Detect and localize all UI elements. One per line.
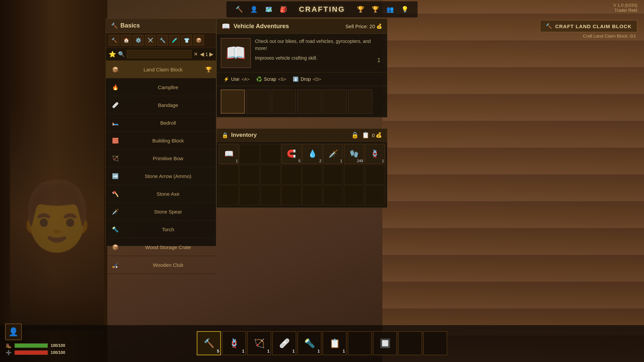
nav-icon-help[interactable]: 💡: [399, 3, 411, 15]
wood-background: [382, 0, 644, 362]
inventory-money: 0 💰: [372, 132, 382, 138]
craft-item-wooden-club[interactable]: 🏑 Wooden Club: [106, 256, 216, 274]
hotbar-slot-2[interactable]: 🏹 1: [247, 331, 271, 355]
inv-slot-5[interactable]: 🗡️ 1: [323, 144, 343, 164]
detail-title: Vehicle Adventures: [233, 23, 342, 30]
hotbar-slot-7[interactable]: 🔲: [373, 331, 397, 355]
cat-icon-gear[interactable]: ⚙️: [133, 35, 144, 46]
detail-improves-text: Improves vehicle crafting skill.: [255, 55, 383, 62]
hotbar-slot-0[interactable]: 🔨 5: [197, 331, 221, 355]
inv-slot-11[interactable]: [281, 165, 302, 185]
craft-action-label: CRAFT LAND CLAIM BLOCK: [555, 23, 632, 29]
inv-slot-16[interactable]: [219, 185, 239, 205]
cat-icon-tool[interactable]: 🔧: [157, 35, 168, 46]
craft-item-stone-arrow[interactable]: ➡️ Stone Arrow (Ammo): [106, 167, 216, 185]
nav-icon-trophy[interactable]: 🏆: [369, 3, 381, 15]
cat-icon-clothing[interactable]: 👕: [181, 35, 192, 46]
craft-land-claim-button[interactable]: 🔨 CRAFT LAND CLAIM BLOCK: [540, 20, 637, 32]
nav-icon-skill[interactable]: 🎒: [277, 3, 289, 15]
hotbar-slot-8[interactable]: [398, 331, 422, 355]
inventory-list-icon[interactable]: 📋: [362, 131, 369, 139]
cat-icon-medical[interactable]: 🧪: [169, 35, 180, 46]
inv-slot-23[interactable]: [365, 185, 385, 205]
inv-slot-6[interactable]: 🧤 249: [344, 144, 364, 164]
inv-slot-0-count: 1: [236, 159, 238, 163]
stone-axe-icon: 🪓: [110, 188, 121, 199]
craft-item-bedroll[interactable]: 🛏️ Bedroll: [106, 114, 216, 132]
favorites-icon[interactable]: ⭐: [109, 51, 116, 58]
use-key: <A>: [241, 77, 250, 82]
craft-item-building-block[interactable]: 🧱 Building Block: [106, 132, 216, 149]
cat-icon-all[interactable]: 🔨: [109, 35, 119, 46]
drop-button[interactable]: ⬇️ Drop <D>: [293, 76, 321, 82]
inv-slot-3[interactable]: 🧲 5: [281, 144, 302, 164]
basics-hammer-icon: 🔨: [111, 22, 118, 29]
inv-slot-13[interactable]: [323, 165, 343, 185]
cat-icon-home[interactable]: 🏠: [121, 35, 131, 46]
hotbar: 🔨 5 🪢 1 🏹 1 🩹 1 🔦 1 📋 1 🔲: [197, 331, 447, 355]
hotbar-slot-6[interactable]: [348, 331, 372, 355]
craft-item-torch[interactable]: 🔦 Torch: [106, 221, 216, 238]
inv-slot-20[interactable]: [302, 185, 322, 205]
cat-icon-storage[interactable]: 📦: [193, 35, 204, 46]
scrap-button[interactable]: ♻️ Scrap <S>: [256, 76, 286, 82]
nav-icon-player[interactable]: 👤: [248, 3, 260, 15]
bedroll-icon: 🛏️: [110, 117, 121, 128]
inventory-lock2-icon[interactable]: 🔒: [351, 131, 359, 139]
inv-slot-22[interactable]: [344, 185, 364, 205]
craft-item-stone-spear[interactable]: 🗡️ Stone Spear: [106, 203, 216, 221]
craft-item-land-claim-block[interactable]: 📦 Land Claim Block 🏆: [106, 61, 216, 78]
use-button[interactable]: ⚡ Use <A>: [223, 76, 250, 82]
inv-slot-0[interactable]: 📖 1: [219, 144, 239, 164]
nav-icon-social[interactable]: 👥: [384, 3, 396, 15]
craft-item-wood-storage-crate[interactable]: 📦 Wood Storage Crate: [106, 238, 216, 256]
inv-slot-10[interactable]: [261, 165, 281, 185]
wooden-club-label: Wooden Club: [124, 262, 212, 268]
next-page-button[interactable]: ▶: [209, 51, 213, 57]
coin-icon: 💰: [376, 23, 382, 29]
hotbar-slot-1[interactable]: 🪢 1: [222, 331, 246, 355]
craft-item-campfire[interactable]: 🔥 Campfire: [106, 78, 216, 96]
search-input[interactable]: [127, 50, 192, 58]
craft-item-bandage[interactable]: 🩹 Bandage: [106, 96, 216, 114]
nav-icon-quest[interactable]: 🏆: [355, 3, 367, 15]
inv-slot-15[interactable]: [365, 165, 385, 185]
inv-slot-9[interactable]: [239, 165, 260, 185]
craft-item-primitive-bow[interactable]: 🏹 Primitive Bow: [106, 149, 216, 167]
inv-slot-17[interactable]: [239, 185, 260, 205]
nav-icon-map[interactable]: 🗺️: [263, 3, 275, 15]
inventory-lock-icon: 🔒: [222, 132, 228, 138]
primitive-bow-label: Primitive Bow: [124, 156, 212, 161]
stone-spear-label: Stone Spear: [124, 209, 212, 215]
nav-icon-craft[interactable]: 🔨: [233, 3, 245, 15]
detail-content: 📖 Check out our bikes, off road vehicles…: [217, 34, 387, 72]
inventory-grid: 📖 1 🧲 5 💧 2 🗡️ 1 🧤 249 🪢 1: [217, 142, 387, 207]
hotbar-slot-4[interactable]: 🔦 1: [298, 331, 322, 355]
inv-slot-7[interactable]: 🪢 1: [365, 144, 385, 164]
prev-page-button[interactable]: ◀: [200, 51, 204, 57]
hotbar-slot-5[interactable]: 📋 1: [323, 331, 347, 355]
clear-search-button[interactable]: ✕: [194, 51, 198, 57]
inv-slot-12[interactable]: [302, 165, 322, 185]
craft-item-stone-axe[interactable]: 🪓 Stone Axe: [106, 185, 216, 203]
inv-slot-2[interactable]: [261, 144, 281, 164]
character-silhouette: 👨: [10, 102, 104, 330]
inv-slot-19[interactable]: [281, 185, 302, 205]
building-block-icon: 🧱: [110, 135, 121, 146]
wooden-club-icon: 🏑: [110, 259, 121, 270]
cat-icon-weapon[interactable]: ⚔️: [145, 35, 156, 46]
hotbar-slot-9[interactable]: [423, 331, 447, 355]
craft-list: 📦 Land Claim Block 🏆 🔥 Campfire 🩹 Bandag…: [106, 61, 216, 274]
inv-slot-3-count: 5: [299, 159, 301, 163]
hotbar-slot-3[interactable]: 🩹 1: [272, 331, 297, 355]
inv-slot-4[interactable]: 💧 2: [302, 144, 322, 164]
inv-slot-21[interactable]: [323, 185, 343, 205]
inv-slot-1[interactable]: [239, 144, 260, 164]
inv-slot-18[interactable]: [261, 185, 281, 205]
player-hud: 👤 🥾 100/100 ➕ 100/100: [5, 323, 65, 357]
stone-spear-icon: 🗡️: [110, 206, 121, 217]
inv-slot-14[interactable]: [344, 165, 364, 185]
inv-slot-8[interactable]: [219, 165, 239, 185]
inv-slot-4-count: 2: [319, 159, 321, 163]
health-bar: ➕ 100/100: [5, 350, 65, 355]
